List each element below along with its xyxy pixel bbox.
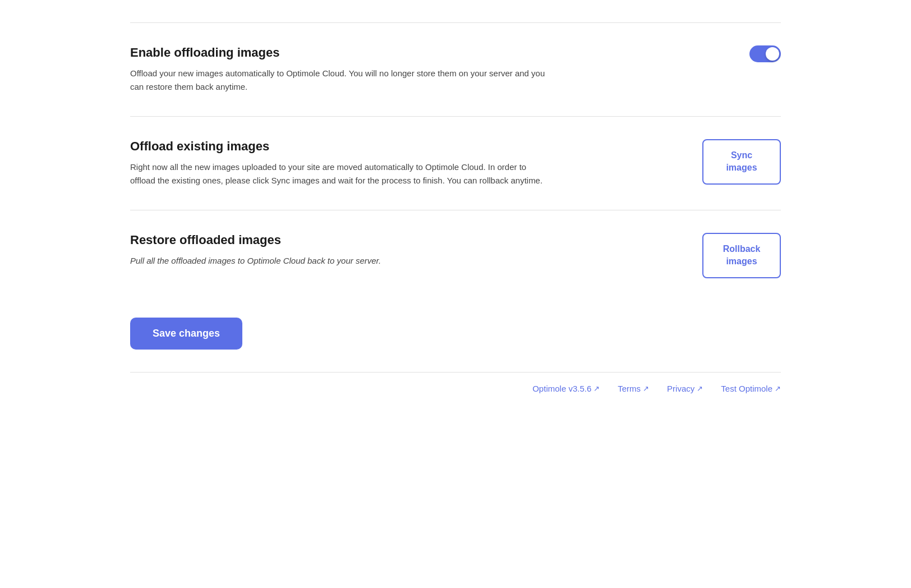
sync-images-line1: Sync	[731, 150, 752, 160]
footer-link-terms-label: Terms	[618, 384, 641, 393]
footer-link-test-optimole[interactable]: Test Optimole ↗	[721, 384, 781, 393]
rollback-line1: Rollback	[723, 244, 761, 254]
page-container: Enable offloading images Offload your ne…	[96, 0, 815, 438]
offload-existing-section: Offload existing images Right now all th…	[130, 116, 781, 210]
toggle-thumb	[766, 47, 779, 61]
restore-offloaded-title: Restore offloaded images	[130, 233, 551, 247]
enable-offloading-section: Enable offloading images Offload your ne…	[130, 22, 781, 116]
external-link-icon: ↗	[775, 384, 781, 393]
section-content: Restore offloaded images Pull all the of…	[130, 233, 551, 268]
footer-link-test-label: Test Optimole	[721, 384, 772, 393]
restore-offloaded-description: Pull all the offloaded images to Optimol…	[130, 254, 551, 268]
footer-link-optimole-label: Optimole v3.5.6	[532, 384, 591, 393]
sync-images-action: Sync images	[702, 139, 781, 185]
save-changes-button[interactable]: Save changes	[130, 318, 242, 350]
toggle-track	[749, 45, 781, 62]
enable-offloading-title: Enable offloading images	[130, 45, 551, 60]
section-content: Enable offloading images Offload your ne…	[130, 45, 551, 94]
enable-offloading-action	[749, 45, 781, 62]
footer: Optimole v3.5.6 ↗ Terms ↗ Privacy ↗ Test…	[130, 372, 781, 405]
enable-offloading-description: Offload your new images automatically to…	[130, 67, 551, 94]
external-link-icon: ↗	[697, 384, 703, 393]
restore-description-italic: Pull all the offloaded images to Optimol…	[130, 256, 381, 265]
rollback-images-action: Rollback images	[702, 233, 781, 278]
footer-link-terms[interactable]: Terms ↗	[618, 384, 649, 393]
offload-existing-title: Offload existing images	[130, 139, 551, 154]
offloading-toggle[interactable]	[749, 45, 781, 62]
footer-link-privacy[interactable]: Privacy ↗	[667, 384, 703, 393]
sync-images-button[interactable]: Sync images	[702, 139, 781, 185]
footer-link-privacy-label: Privacy	[667, 384, 694, 393]
sync-images-line2: images	[726, 163, 757, 172]
rollback-line2: images	[726, 256, 757, 266]
footer-link-optimole[interactable]: Optimole v3.5.6 ↗	[532, 384, 600, 393]
offload-existing-description: Right now all the new images uploaded to…	[130, 160, 551, 187]
external-link-icon: ↗	[593, 384, 600, 393]
section-content: Offload existing images Right now all th…	[130, 139, 551, 187]
restore-offloaded-section: Restore offloaded images Pull all the of…	[130, 210, 781, 301]
external-link-icon: ↗	[643, 384, 649, 393]
rollback-images-button[interactable]: Rollback images	[702, 233, 781, 278]
